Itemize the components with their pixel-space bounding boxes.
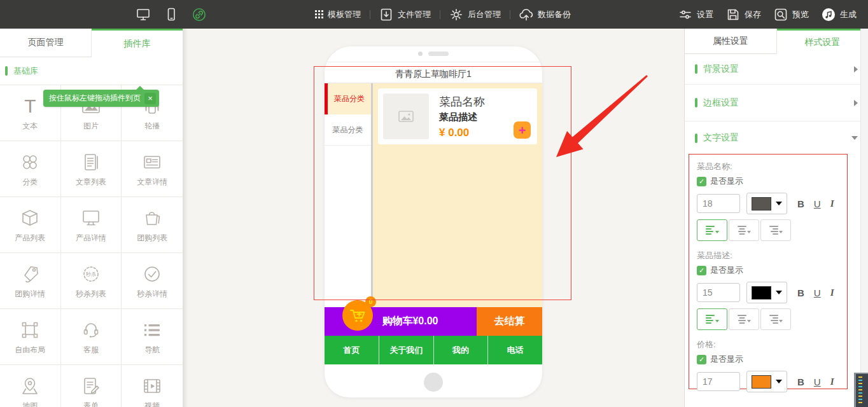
settings-button[interactable]: 设置 <box>678 8 713 22</box>
plugin-article-detail[interactable]: 文章详情 <box>122 141 183 197</box>
underline-button[interactable]: U <box>814 198 821 209</box>
color-dropdown[interactable] <box>746 193 787 214</box>
left-panel-tabs: 页面管理 插件库 <box>0 29 183 57</box>
customer-service-icon <box>81 319 101 341</box>
action-menu: 设置 保存 预览 生成 <box>678 0 857 29</box>
plugin-video[interactable]: 视频 <box>122 365 183 407</box>
font-size-input[interactable] <box>697 283 740 302</box>
action-label: 生成 <box>840 9 857 20</box>
nav-item-about[interactable]: 关于我们 <box>379 336 433 364</box>
field-label-price: 价格: <box>697 339 839 350</box>
groupbuy-list-icon <box>142 207 162 230</box>
green-bar <box>695 98 697 107</box>
product-detail-icon <box>81 207 101 230</box>
field-label-dish-name: 菜品名称: <box>697 161 839 172</box>
save-button[interactable]: 保存 <box>726 8 761 22</box>
color-swatch <box>752 375 771 389</box>
form-icon <box>81 375 101 397</box>
plugin-seckill-list[interactable]: 秒杀 秒杀列表 <box>61 253 122 309</box>
align-left-button[interactable] <box>697 308 727 330</box>
font-size-input[interactable] <box>697 194 740 213</box>
plugin-free-layout[interactable]: 自由布局 <box>0 309 61 365</box>
add-to-cart-button[interactable]: + <box>514 121 531 139</box>
dish-list-area[interactable]: 菜品名称 菜品描述 ¥ 0.00 + <box>373 83 542 307</box>
plugin-product-list[interactable]: 产品列表 <box>0 197 61 253</box>
plugin-seckill-detail[interactable]: 秒杀详情 <box>122 253 183 309</box>
green-bar <box>695 64 697 74</box>
green-bar <box>5 66 8 76</box>
show-checkbox[interactable]: ✓ <box>697 355 706 364</box>
menu-backend-management[interactable]: 后台管理 <box>449 8 501 22</box>
show-checkbox[interactable]: ✓ <box>697 266 706 275</box>
tab-style-settings[interactable]: 样式设置 <box>777 29 868 54</box>
nav-item-mine[interactable]: 我的 <box>433 336 488 364</box>
underline-button[interactable]: U <box>814 287 821 298</box>
nav-item-home[interactable]: 首页 <box>325 336 379 364</box>
plugin-navigation[interactable]: 导航 <box>122 309 183 365</box>
font-size-input[interactable] <box>697 372 740 391</box>
scrollbar-track[interactable] <box>860 29 868 407</box>
plugin-groupbuy-detail[interactable]: 团购详情 <box>0 253 61 309</box>
category-tab[interactable]: 菜品分类 <box>325 114 371 146</box>
bold-button[interactable]: B <box>797 198 804 209</box>
italic-button[interactable]: I <box>830 287 834 298</box>
map-icon <box>20 375 40 397</box>
underline-button[interactable]: U <box>814 376 821 387</box>
color-dropdown[interactable] <box>746 282 787 303</box>
video-icon <box>142 375 162 397</box>
menu-widget[interactable]: 菜品分类 菜品分类 菜品名称 菜品描述 ¥ 0.00 + <box>325 83 542 307</box>
bold-button[interactable]: B <box>797 376 804 387</box>
tooltip-caret <box>136 86 144 90</box>
mobile-preview-icon[interactable] <box>164 8 178 21</box>
phone-speaker <box>325 52 542 56</box>
minimap-scrollbar[interactable] <box>854 373 868 407</box>
caret-down-icon <box>776 380 782 383</box>
align-center-button[interactable] <box>729 308 759 330</box>
camera-dot <box>418 52 423 56</box>
menu-label: 后台管理 <box>468 9 501 20</box>
divider <box>440 10 440 19</box>
section-text-settings[interactable]: 文字设置 <box>685 121 868 155</box>
menu-file-management[interactable]: 文件管理 <box>379 8 431 22</box>
menu-template-management[interactable]: 模板管理 <box>315 9 361 20</box>
link-icon[interactable] <box>192 8 206 22</box>
category-column: 菜品分类 菜品分类 <box>325 83 371 307</box>
plugin-form[interactable]: 表单 <box>61 365 122 407</box>
section-background-settings[interactable]: 背景设置 <box>685 54 868 85</box>
align-center-button[interactable] <box>729 219 759 241</box>
chevron-down-icon <box>851 136 858 140</box>
align-right-button[interactable] <box>760 308 791 330</box>
tab-page-management[interactable]: 页面管理 <box>0 29 92 57</box>
category-icon <box>20 151 40 174</box>
italic-button[interactable]: I <box>830 376 834 387</box>
checkout-button[interactable]: 去结算 <box>477 307 542 336</box>
tab-property-settings[interactable]: 属性设置 <box>685 29 777 54</box>
plugin-article-list[interactable]: 文章列表 <box>61 141 122 197</box>
desktop-preview-icon[interactable] <box>136 8 150 21</box>
align-right-button[interactable] <box>760 219 791 241</box>
dish-card[interactable]: 菜品名称 菜品描述 ¥ 0.00 + <box>378 88 537 144</box>
plugin-customer-service[interactable]: 客服 <box>61 309 122 365</box>
preview-button[interactable]: 预览 <box>774 8 809 22</box>
align-left-button[interactable] <box>697 219 727 241</box>
bold-button[interactable]: B <box>797 287 804 298</box>
close-icon[interactable]: × <box>144 93 156 104</box>
category-tab-active[interactable]: 菜品分类 <box>325 83 371 114</box>
nav-item-phone[interactable]: 电话 <box>487 336 542 364</box>
plugin-map[interactable]: 地图 <box>0 365 61 407</box>
section-border-settings[interactable]: 边框设置 <box>685 85 868 121</box>
divider <box>510 10 510 19</box>
generate-button[interactable]: 生成 <box>822 8 857 22</box>
plugin-product-detail[interactable]: 产品详情 <box>61 197 122 253</box>
italic-button[interactable]: I <box>830 198 834 209</box>
sliders-icon <box>678 8 692 22</box>
menu-data-backup[interactable]: 数据备份 <box>519 8 571 22</box>
settings-tabs: 属性设置 样式设置 <box>685 29 868 54</box>
show-checkbox[interactable]: ✓ <box>697 177 706 186</box>
tab-plugin-library[interactable]: 插件库 <box>92 29 183 57</box>
free-layout-icon <box>20 319 40 341</box>
color-dropdown[interactable] <box>746 371 787 392</box>
app-title-bar[interactable]: 青青原上草咖啡厅1 <box>325 66 542 83</box>
plugin-groupbuy-list[interactable]: 团购列表 <box>122 197 183 253</box>
plugin-category[interactable]: 分类 <box>0 141 61 197</box>
